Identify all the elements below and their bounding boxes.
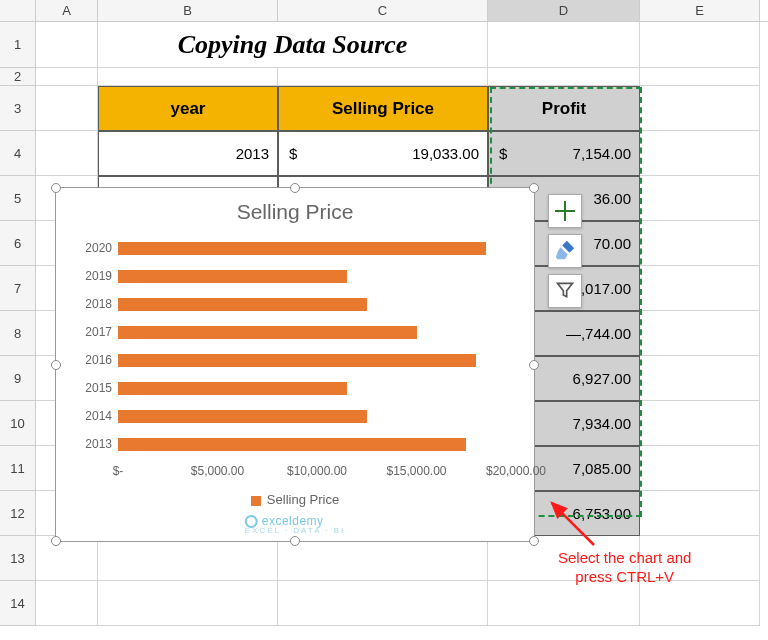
column-headers: A B C D E: [0, 0, 768, 22]
cell-A2[interactable]: [36, 68, 98, 86]
cell-A1[interactable]: [36, 22, 98, 68]
cell-D14[interactable]: [488, 581, 640, 626]
y-category-label: 2016: [76, 353, 112, 367]
cell-D1[interactable]: [488, 22, 640, 68]
cell-E7[interactable]: [640, 266, 760, 311]
currency-symbol: $: [497, 145, 507, 162]
resize-handle[interactable]: [290, 183, 300, 193]
row-header-6[interactable]: 6: [0, 221, 36, 266]
row-header-9[interactable]: 9: [0, 356, 36, 401]
cell-E11[interactable]: [640, 446, 760, 491]
x-tick-label: $-: [113, 464, 124, 478]
funnel-icon: [555, 280, 575, 303]
row-header-1[interactable]: 1: [0, 22, 36, 68]
bar-2016[interactable]: [118, 354, 476, 367]
resize-handle[interactable]: [529, 183, 539, 193]
row-header-7[interactable]: 7: [0, 266, 36, 311]
y-category-label: 2017: [76, 325, 112, 339]
chart-plot-area[interactable]: 20202019201820172016201520142013: [118, 234, 514, 458]
cell-E12[interactable]: [640, 491, 760, 536]
chart-styles-button[interactable]: [548, 234, 582, 268]
row-header-12[interactable]: 12: [0, 491, 36, 536]
header-year[interactable]: year: [98, 86, 278, 131]
bar-2015[interactable]: [118, 382, 347, 395]
bar-2017[interactable]: [118, 326, 417, 339]
chart-title[interactable]: Selling Price: [56, 188, 534, 230]
y-category-label: 2019: [76, 269, 112, 283]
y-category-label: 2018: [76, 297, 112, 311]
col-header-D[interactable]: D: [488, 0, 640, 21]
x-tick-label: $5,000.00: [191, 464, 244, 478]
cell-A4[interactable]: [36, 131, 98, 176]
watermark: exceldemy EXCEL · DATA · BI: [245, 514, 346, 535]
cell-B2[interactable]: [98, 68, 278, 86]
header-profit[interactable]: Profit: [488, 86, 640, 131]
chart-filters-button[interactable]: [548, 274, 582, 308]
cell-E5[interactable]: [640, 176, 760, 221]
col-header-C[interactable]: C: [278, 0, 488, 21]
row-header-11[interactable]: 11: [0, 446, 36, 491]
cell-E3[interactable]: [640, 86, 760, 131]
cell-E9[interactable]: [640, 356, 760, 401]
resize-handle[interactable]: [529, 536, 539, 546]
cell-E1[interactable]: [640, 22, 760, 68]
col-header-E[interactable]: E: [640, 0, 760, 21]
row-header-13[interactable]: 13: [0, 536, 36, 581]
cell-A13[interactable]: [36, 536, 98, 581]
cell-selling-2013[interactable]: $19,033.00: [278, 131, 488, 176]
row-header-8[interactable]: 8: [0, 311, 36, 356]
annotation-text: Select the chart andpress CTRL+V: [558, 549, 691, 587]
row-header-2[interactable]: 2: [0, 68, 36, 86]
legend-label: Selling Price: [267, 492, 339, 507]
resize-handle[interactable]: [51, 183, 61, 193]
bar-2013[interactable]: [118, 438, 466, 451]
y-category-label: 2020: [76, 241, 112, 255]
col-header-B[interactable]: B: [98, 0, 278, 21]
row-header-4[interactable]: 4: [0, 131, 36, 176]
resize-handle[interactable]: [290, 536, 300, 546]
cell-profit-r4[interactable]: $7,154.00: [488, 131, 640, 176]
chart-object[interactable]: Selling Price 20202019201820172016201520…: [55, 187, 535, 542]
cell-D2[interactable]: [488, 68, 640, 86]
cell-B14[interactable]: [98, 581, 278, 626]
cell-C2[interactable]: [278, 68, 488, 86]
cell-A3[interactable]: [36, 86, 98, 131]
bar-2019[interactable]: [118, 270, 347, 283]
cell-E8[interactable]: [640, 311, 760, 356]
bar-2018[interactable]: [118, 298, 367, 311]
brush-icon: [554, 239, 576, 264]
col-header-A[interactable]: A: [36, 0, 98, 21]
cell-C13[interactable]: [278, 536, 488, 581]
row-header-5[interactable]: 5: [0, 176, 36, 221]
resize-handle[interactable]: [51, 360, 61, 370]
y-category-label: 2014: [76, 409, 112, 423]
cell-B13[interactable]: [98, 536, 278, 581]
chart-legend[interactable]: Selling Price: [56, 492, 534, 507]
x-tick-label: $20,000.00: [486, 464, 546, 478]
header-selling-price[interactable]: Selling Price: [278, 86, 488, 131]
value: 7,154.00: [573, 145, 631, 162]
y-category-label: 2013: [76, 437, 112, 451]
title-cell[interactable]: Copying Data Source: [98, 22, 488, 68]
chart-x-axis: $-$5,000.00$10,000.00$15,000.00$20,000.0…: [118, 464, 514, 482]
row-header-10[interactable]: 10: [0, 401, 36, 446]
resize-handle[interactable]: [529, 360, 539, 370]
y-category-label: 2015: [76, 381, 112, 395]
cell-E14[interactable]: [640, 581, 760, 626]
cell-year-2013[interactable]: 2013: [98, 131, 278, 176]
cell-E4[interactable]: [640, 131, 760, 176]
bar-2014[interactable]: [118, 410, 367, 423]
row-header-3[interactable]: 3: [0, 86, 36, 131]
cell-E2[interactable]: [640, 68, 760, 86]
row-header-14[interactable]: 14: [0, 581, 36, 626]
cell-E10[interactable]: [640, 401, 760, 446]
cell-C14[interactable]: [278, 581, 488, 626]
cell-A14[interactable]: [36, 581, 98, 626]
bar-2020[interactable]: [118, 242, 486, 255]
select-all-corner[interactable]: [0, 0, 36, 21]
chart-elements-button[interactable]: [548, 194, 582, 228]
x-tick-label: $15,000.00: [386, 464, 446, 478]
resize-handle[interactable]: [51, 536, 61, 546]
cell-E6[interactable]: [640, 221, 760, 266]
worksheet: A B C D E 1 Copying Data Source 2 3 year…: [0, 0, 768, 640]
